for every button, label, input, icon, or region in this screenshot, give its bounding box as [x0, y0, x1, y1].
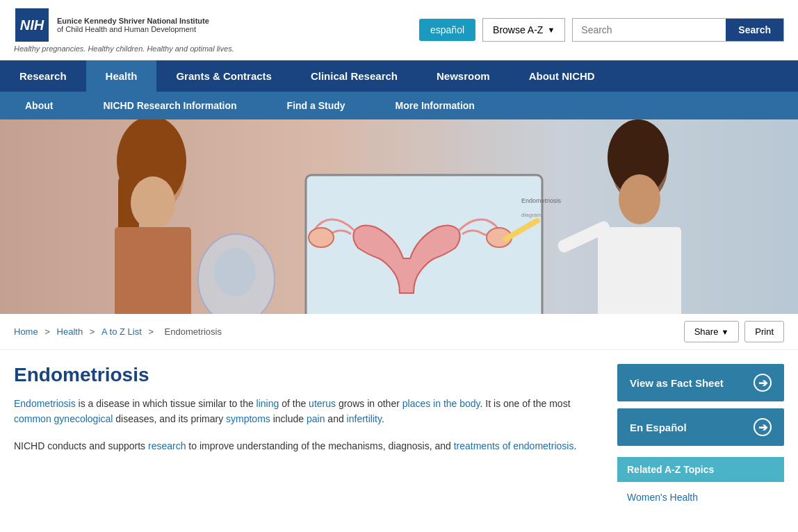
- subnav-find-study[interactable]: Find a Study: [262, 92, 370, 119]
- svg-rect-8: [598, 227, 681, 314]
- header: NIH Eunice Kennedy Shriver National Inst…: [0, 0, 798, 60]
- search-input[interactable]: [573, 19, 726, 41]
- content-area: Endometriosis Endometriosis is a disease…: [0, 350, 798, 526]
- espanol-link-label: En Español: [630, 422, 687, 433]
- search-box: Search: [572, 18, 784, 42]
- share-caret-icon: ▼: [721, 328, 728, 336]
- related-topics-header: Related A-Z Topics: [617, 457, 784, 482]
- breadcrumb-home[interactable]: Home: [14, 326, 38, 337]
- nav-research[interactable]: Research: [0, 60, 86, 92]
- nih-logo-box: NIH: [14, 7, 50, 43]
- sidebar: View as Fact Sheet ➔ En Español ➔ Relate…: [617, 364, 784, 513]
- intro-paragraph: Endometriosis is a disease in which tiss…: [14, 396, 601, 427]
- header-controls: español Browse A-Z ▼ Search: [419, 18, 784, 42]
- breadcrumb-az-list[interactable]: A to Z List: [101, 326, 142, 337]
- search-button[interactable]: Search: [726, 19, 783, 41]
- logo-top: NIH Eunice Kennedy Shriver National Inst…: [14, 7, 236, 43]
- breadcrumb-sep-3: >: [148, 326, 156, 337]
- page-title: Endometriosis: [14, 364, 601, 386]
- subnav-research-info[interactable]: NICHD Research Information: [78, 92, 261, 119]
- womens-health-link[interactable]: Women's Health: [627, 489, 774, 506]
- research-paragraph: NICHD conducts and supports research to …: [14, 438, 601, 454]
- subnav-about[interactable]: About: [0, 92, 78, 119]
- places-link[interactable]: places in the body: [402, 398, 480, 409]
- nav-clinical-research[interactable]: Clinical Research: [291, 60, 417, 92]
- svg-text:diagram: diagram: [521, 212, 542, 218]
- breadcrumb-actions: Share ▼ Print: [684, 321, 784, 342]
- symptoms-link[interactable]: symptoms: [226, 413, 270, 424]
- breadcrumb-sep-2: >: [90, 326, 97, 337]
- espanol-button[interactable]: español: [419, 19, 475, 41]
- main-content: Endometriosis Endometriosis is a disease…: [14, 364, 601, 513]
- pain-link[interactable]: pain: [307, 413, 325, 424]
- view-as-fact-sheet-button[interactable]: View as Fact Sheet ➔: [617, 364, 784, 401]
- primary-nav: Research Health Grants & Contracts Clini…: [0, 60, 798, 92]
- en-espanol-button[interactable]: En Español ➔: [617, 408, 784, 446]
- nav-about-nichd[interactable]: About NICHD: [510, 60, 614, 92]
- secondary-nav: About NICHD Research Information Find a …: [0, 92, 798, 119]
- breadcrumb-bar: Home > Health > A to Z List > Endometrio…: [0, 314, 798, 350]
- breadcrumb-sep-1: >: [44, 326, 52, 337]
- infertility-link[interactable]: infertility: [347, 413, 382, 424]
- nav-newsroom[interactable]: Newsroom: [417, 60, 510, 92]
- treatments-link[interactable]: treatments of endometriosis: [454, 440, 574, 451]
- uterus-link[interactable]: uterus: [309, 398, 336, 409]
- svg-point-4: [131, 176, 175, 229]
- svg-text:Endometriosis: Endometriosis: [521, 197, 562, 204]
- institute-bold: Eunice Kennedy Shriver National Institut…: [57, 17, 209, 25]
- endometriosis-link[interactable]: Endometriosis: [14, 398, 76, 409]
- svg-point-19: [214, 248, 256, 297]
- share-button[interactable]: Share ▼: [684, 321, 740, 342]
- nav-grants[interactable]: Grants & Contracts: [156, 60, 291, 92]
- hero-image: Endometriosis diagram: [0, 119, 798, 314]
- nav-health[interactable]: Health: [86, 60, 157, 92]
- svg-rect-5: [115, 227, 191, 314]
- svg-point-13: [309, 228, 334, 247]
- breadcrumb-current: Endometriosis: [165, 326, 222, 337]
- lining-link[interactable]: lining: [256, 398, 279, 409]
- breadcrumb: Home > Health > A to Z List > Endometrio…: [14, 326, 226, 337]
- institute-sub: of Child Health and Human Development: [57, 25, 209, 33]
- related-topics-links: Women's Health: [617, 482, 784, 513]
- browse-caret-icon: ▼: [547, 26, 555, 34]
- espanol-arrow-icon: ➔: [754, 418, 772, 436]
- browse-az-button[interactable]: Browse A-Z ▼: [482, 18, 565, 42]
- common-link[interactable]: common gynecological: [14, 413, 113, 424]
- logo-text: Eunice Kennedy Shriver National Institut…: [57, 17, 209, 33]
- fact-sheet-label: View as Fact Sheet: [630, 377, 724, 389]
- related-topics-section: Related A-Z Topics Women's Health: [617, 457, 784, 513]
- research-link[interactable]: research: [148, 440, 186, 451]
- breadcrumb-health[interactable]: Health: [57, 326, 83, 337]
- logo-area: NIH Eunice Kennedy Shriver National Inst…: [14, 7, 236, 53]
- logo-tagline: Healthy pregnancies. Healthy children. H…: [14, 44, 236, 53]
- fact-sheet-arrow-icon: ➔: [754, 374, 772, 392]
- nih-abbr: NIH: [20, 17, 44, 33]
- subnav-more-info[interactable]: More Information: [370, 92, 500, 119]
- print-button[interactable]: Print: [744, 321, 784, 342]
- svg-point-9: [619, 174, 660, 224]
